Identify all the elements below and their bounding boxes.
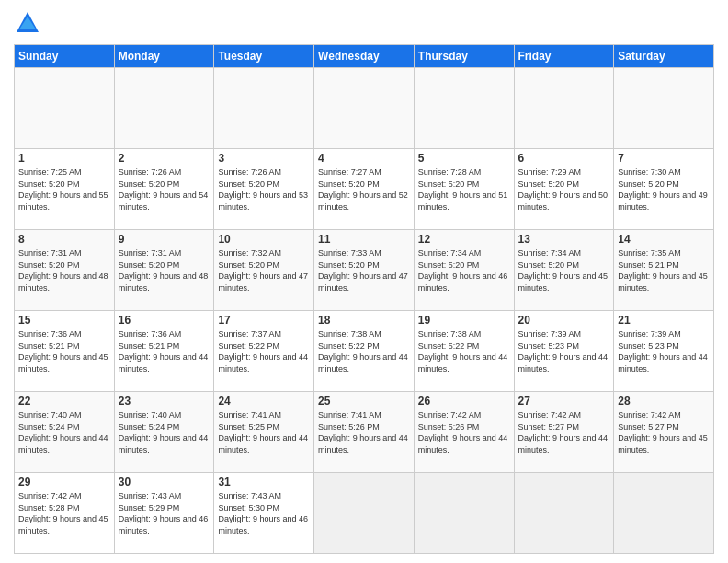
day-info: Sunrise: 7:41 AMSunset: 5:25 PMDaylight:…	[218, 409, 310, 455]
day-number: 25	[318, 395, 410, 408]
day-info: Sunrise: 7:40 AMSunset: 5:24 PMDaylight:…	[119, 409, 210, 455]
day-number: 26	[418, 395, 510, 408]
day-info: Sunrise: 7:31 AMSunset: 5:20 PMDaylight:…	[119, 247, 210, 293]
day-header-thursday: Thursday	[414, 45, 514, 68]
header	[14, 9, 714, 37]
day-info: Sunrise: 7:42 AMSunset: 5:27 PMDaylight:…	[518, 409, 610, 455]
day-number: 12	[418, 233, 510, 246]
day-info: Sunrise: 7:37 AMSunset: 5:22 PMDaylight:…	[218, 328, 310, 374]
calendar-day-cell: 3Sunrise: 7:26 AMSunset: 5:20 PMDaylight…	[214, 149, 314, 230]
day-info: Sunrise: 7:36 AMSunset: 5:21 PMDaylight:…	[119, 328, 210, 374]
calendar-day-cell	[114, 68, 214, 149]
calendar-day-cell: 7Sunrise: 7:30 AMSunset: 5:20 PMDaylight…	[614, 149, 714, 230]
calendar-day-cell	[15, 68, 115, 149]
day-info: Sunrise: 7:33 AMSunset: 5:20 PMDaylight:…	[318, 247, 410, 293]
calendar-week-row: 1Sunrise: 7:25 AMSunset: 5:20 PMDaylight…	[15, 149, 714, 230]
day-number: 14	[618, 233, 710, 246]
day-info: Sunrise: 7:42 AMSunset: 5:27 PMDaylight:…	[618, 409, 710, 455]
day-header-friday: Friday	[514, 45, 614, 68]
calendar-day-cell	[514, 68, 614, 149]
calendar-day-cell: 8Sunrise: 7:31 AMSunset: 5:20 PMDaylight…	[15, 230, 115, 311]
day-header-sunday: Sunday	[15, 45, 115, 68]
page: SundayMondayTuesdayWednesdayThursdayFrid…	[0, 0, 728, 563]
calendar-day-cell: 28Sunrise: 7:42 AMSunset: 5:27 PMDayligh…	[614, 392, 714, 473]
day-info: Sunrise: 7:39 AMSunset: 5:23 PMDaylight:…	[618, 328, 710, 374]
calendar-week-row: 22Sunrise: 7:40 AMSunset: 5:24 PMDayligh…	[15, 392, 714, 473]
day-number: 23	[119, 395, 210, 408]
day-number: 15	[18, 314, 110, 327]
calendar-day-cell: 4Sunrise: 7:27 AMSunset: 5:20 PMDaylight…	[314, 149, 415, 230]
day-header-tuesday: Tuesday	[214, 45, 314, 68]
day-info: Sunrise: 7:42 AMSunset: 5:28 PMDaylight:…	[18, 490, 110, 536]
day-number: 24	[218, 395, 310, 408]
day-number: 30	[119, 476, 210, 488]
calendar-day-cell: 9Sunrise: 7:31 AMSunset: 5:20 PMDaylight…	[114, 230, 214, 311]
calendar-day-cell: 23Sunrise: 7:40 AMSunset: 5:24 PMDayligh…	[114, 392, 214, 473]
day-number: 20	[518, 314, 610, 327]
calendar-table: SundayMondayTuesdayWednesdayThursdayFrid…	[14, 44, 714, 554]
calendar-day-cell: 1Sunrise: 7:25 AMSunset: 5:20 PMDaylight…	[15, 149, 115, 230]
day-number: 19	[418, 314, 510, 327]
calendar-day-cell	[314, 68, 415, 149]
day-number: 1	[18, 152, 110, 165]
day-info: Sunrise: 7:41 AMSunset: 5:26 PMDaylight:…	[318, 409, 410, 455]
day-header-monday: Monday	[114, 45, 214, 68]
calendar-day-cell: 19Sunrise: 7:38 AMSunset: 5:22 PMDayligh…	[414, 311, 514, 392]
day-number: 27	[518, 395, 610, 408]
day-info: Sunrise: 7:43 AMSunset: 5:30 PMDaylight:…	[218, 490, 310, 536]
calendar-day-cell: 5Sunrise: 7:28 AMSunset: 5:20 PMDaylight…	[414, 149, 514, 230]
calendar-day-cell: 21Sunrise: 7:39 AMSunset: 5:23 PMDayligh…	[614, 311, 714, 392]
day-header-saturday: Saturday	[614, 45, 714, 68]
calendar-day-cell: 2Sunrise: 7:26 AMSunset: 5:20 PMDaylight…	[114, 149, 214, 230]
calendar-day-cell: 18Sunrise: 7:38 AMSunset: 5:22 PMDayligh…	[314, 311, 415, 392]
calendar-day-cell: 14Sunrise: 7:35 AMSunset: 5:21 PMDayligh…	[614, 230, 714, 311]
calendar-week-row: 29Sunrise: 7:42 AMSunset: 5:28 PMDayligh…	[15, 473, 714, 554]
day-info: Sunrise: 7:40 AMSunset: 5:24 PMDaylight:…	[18, 409, 110, 455]
logo	[14, 9, 45, 37]
day-info: Sunrise: 7:39 AMSunset: 5:23 PMDaylight:…	[518, 328, 610, 374]
calendar-day-cell	[314, 473, 415, 554]
logo-icon	[14, 9, 41, 37]
day-number: 7	[618, 152, 710, 165]
calendar-day-cell: 25Sunrise: 7:41 AMSunset: 5:26 PMDayligh…	[314, 392, 415, 473]
day-number: 10	[218, 233, 310, 246]
calendar-day-cell: 11Sunrise: 7:33 AMSunset: 5:20 PMDayligh…	[314, 230, 415, 311]
day-number: 21	[618, 314, 710, 327]
day-info: Sunrise: 7:34 AMSunset: 5:20 PMDaylight:…	[418, 247, 510, 293]
day-info: Sunrise: 7:29 AMSunset: 5:20 PMDaylight:…	[518, 167, 610, 213]
day-info: Sunrise: 7:34 AMSunset: 5:20 PMDaylight:…	[518, 247, 610, 293]
day-number: 17	[218, 314, 310, 327]
calendar-week-row: 15Sunrise: 7:36 AMSunset: 5:21 PMDayligh…	[15, 311, 714, 392]
day-info: Sunrise: 7:38 AMSunset: 5:22 PMDaylight:…	[318, 328, 410, 374]
calendar-header-row: SundayMondayTuesdayWednesdayThursdayFrid…	[15, 45, 714, 68]
day-info: Sunrise: 7:43 AMSunset: 5:29 PMDaylight:…	[119, 490, 210, 536]
calendar-day-cell	[414, 473, 514, 554]
day-number: 2	[119, 152, 210, 165]
calendar-day-cell: 24Sunrise: 7:41 AMSunset: 5:25 PMDayligh…	[214, 392, 314, 473]
day-number: 18	[318, 314, 410, 327]
calendar-day-cell: 31Sunrise: 7:43 AMSunset: 5:30 PMDayligh…	[214, 473, 314, 554]
calendar-day-cell	[514, 473, 614, 554]
day-number: 8	[18, 233, 110, 246]
calendar-day-cell: 6Sunrise: 7:29 AMSunset: 5:20 PMDaylight…	[514, 149, 614, 230]
day-number: 16	[119, 314, 210, 327]
day-number: 11	[318, 233, 410, 246]
day-info: Sunrise: 7:25 AMSunset: 5:20 PMDaylight:…	[18, 167, 110, 213]
day-header-wednesday: Wednesday	[314, 45, 415, 68]
day-info: Sunrise: 7:38 AMSunset: 5:22 PMDaylight:…	[418, 328, 510, 374]
day-info: Sunrise: 7:26 AMSunset: 5:20 PMDaylight:…	[218, 167, 310, 213]
day-number: 4	[318, 152, 410, 165]
calendar-day-cell: 17Sunrise: 7:37 AMSunset: 5:22 PMDayligh…	[214, 311, 314, 392]
day-info: Sunrise: 7:36 AMSunset: 5:21 PMDaylight:…	[18, 328, 110, 374]
calendar-day-cell	[214, 68, 314, 149]
day-number: 6	[518, 152, 610, 165]
calendar-day-cell: 13Sunrise: 7:34 AMSunset: 5:20 PMDayligh…	[514, 230, 614, 311]
calendar-day-cell: 30Sunrise: 7:43 AMSunset: 5:29 PMDayligh…	[114, 473, 214, 554]
day-info: Sunrise: 7:30 AMSunset: 5:20 PMDaylight:…	[618, 167, 710, 213]
calendar-day-cell	[614, 68, 714, 149]
day-number: 13	[518, 233, 610, 246]
day-number: 28	[618, 395, 710, 408]
day-info: Sunrise: 7:31 AMSunset: 5:20 PMDaylight:…	[18, 247, 110, 293]
day-number: 3	[218, 152, 310, 165]
day-info: Sunrise: 7:26 AMSunset: 5:20 PMDaylight:…	[119, 167, 210, 213]
